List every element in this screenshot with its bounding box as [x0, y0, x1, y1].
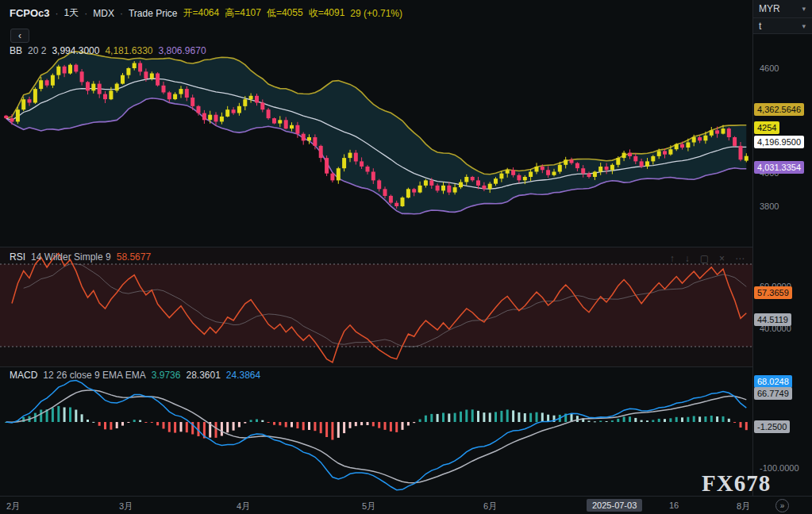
macd-hist-bar [308, 422, 310, 430]
macd-hist-bar [611, 420, 614, 422]
macd-hist-bar [675, 417, 678, 422]
bb-params: 20 2 [28, 45, 46, 56]
macd-hist-bar [442, 413, 444, 423]
symbol-legend: FCPOc3 · 1天 · MDX · Trade Price 开=4064 高… [10, 6, 402, 20]
macd-indicator-name[interactable]: MACD [10, 370, 37, 381]
axis-value-badge: 4,362.5646 [754, 103, 804, 116]
macd-hist-bar [367, 422, 369, 425]
macd-signal-value: 24.3864 [226, 370, 260, 381]
maximize-pane-icon[interactable]: ▢ [700, 253, 709, 264]
chevron-left-icon: ‹ [18, 30, 21, 41]
macd-hist-bar [233, 422, 235, 431]
pane-toolbar: ↑ ↓ ▢ × ⋯ [670, 253, 745, 264]
macd-hist-bar [92, 422, 94, 423]
macd-hist-bar [437, 414, 439, 422]
time-axis[interactable]: 2月3月4月5月6月168月 2025-07-03 » [0, 496, 812, 514]
move-pane-up-icon[interactable]: ↑ [670, 253, 675, 264]
trading-chart-window: FCPOc3 · 1天 · MDX · Trade Price 开=4064 高… [0, 0, 812, 514]
macd-hist-bar [320, 422, 322, 433]
macd-hist-bar [698, 416, 701, 422]
macd-hist-value: 3.9736 [152, 370, 181, 381]
low-value: 低=4055 [267, 6, 303, 20]
macd-hist-bar [69, 408, 71, 423]
open-value: 开=4064 [183, 6, 220, 20]
symbol-label[interactable]: FCPOc3 [10, 7, 50, 19]
scroll-to-realtime-button[interactable]: » [775, 499, 789, 512]
close-value: 收=4091 [309, 6, 345, 20]
more-options-icon[interactable]: ⋯ [735, 253, 745, 264]
macd-hist-bar [52, 408, 54, 422]
price-axis-column[interactable]: MYR ▾ t ▾ 46004000380060.000040.0000-100… [752, 0, 812, 496]
macd-hist-bar [296, 422, 298, 428]
macd-hist-bar [314, 422, 316, 431]
macd-hist-bar [448, 413, 450, 422]
macd-hist-bar [355, 422, 357, 426]
axis-value-badge: 66.7749 [754, 387, 792, 400]
macd-hist-bar [687, 417, 689, 422]
macd-hist-bar [518, 412, 520, 422]
macd-hist-bar [606, 421, 608, 422]
chart-canvas[interactable] [0, 0, 752, 496]
macd-hist-bar [215, 422, 217, 438]
macd-hist-bar [489, 412, 491, 422]
macd-hist-bar [634, 418, 637, 422]
interval-label[interactable]: 1天 [64, 6, 79, 20]
macd-hist-bar [623, 416, 625, 422]
bb-legend: BB 20 2 3,994.3000 4,181.6330 3,806.9670 [10, 45, 206, 56]
axis-value-badge: -1.2500 [754, 420, 790, 433]
macd-hist-bar [133, 420, 136, 422]
macd-hist-bar [664, 419, 666, 422]
macd-hist-bar [267, 422, 270, 423]
change-value: 29 (+0.71%) [350, 8, 402, 19]
macd-hist-bar [360, 422, 363, 425]
bb-indicator-name[interactable]: BB [10, 45, 22, 56]
macd-hist-bar [652, 420, 654, 423]
currency-label: MYR [759, 3, 780, 14]
time-axis-label: 3月 [119, 501, 133, 512]
currency-selector[interactable]: MYR ▾ [753, 0, 812, 18]
macd-hist-bar [430, 414, 433, 422]
macd-hist-bar [244, 422, 246, 424]
time-axis-label: 8月 [737, 501, 750, 512]
macd-hist-bar [151, 422, 153, 423]
axis-value-badge: 4,031.3354 [754, 161, 804, 174]
chevron-down-icon: ▾ [802, 22, 806, 30]
macd-hist-bar [343, 422, 345, 433]
macd-hist-bar [641, 420, 643, 422]
macd-hist-bar [285, 422, 287, 428]
macd-hist-bar [454, 413, 456, 422]
macd-hist-bar [500, 411, 502, 422]
macd-hist-bar [180, 422, 183, 432]
close-pane-icon[interactable]: × [719, 253, 725, 264]
macd-hist-bar [465, 410, 468, 423]
unit-selector[interactable]: t ▾ [753, 18, 812, 34]
move-pane-down-icon[interactable]: ↓ [685, 253, 690, 264]
macd-hist-bar [168, 422, 171, 432]
rsi-indicator-name[interactable]: RSI [10, 251, 25, 263]
macd-hist-bar [144, 422, 147, 423]
macd-hist-bar [669, 418, 672, 422]
back-button[interactable]: ‹ [10, 29, 29, 43]
axis-value-badge: 57.3659 [754, 286, 792, 299]
macd-signal-line [6, 390, 747, 483]
macd-hist-bar [40, 410, 42, 423]
separator-dot: · [56, 8, 59, 19]
macd-hist-bar [87, 420, 89, 422]
macd-hist-bar [63, 408, 66, 423]
macd-hist-bar [395, 422, 398, 432]
chart-panes[interactable]: FCPOc3 · 1天 · MDX · Trade Price 开=4064 高… [0, 0, 752, 496]
time-axis-label: 2月 [6, 501, 20, 512]
macd-hist-bar [425, 416, 427, 422]
macd-hist-bar [710, 416, 713, 422]
rsi-value: 58.5677 [117, 251, 151, 263]
macd-hist-bar [174, 422, 176, 433]
macd-hist-bar [378, 422, 380, 428]
macd-hist-bar [372, 422, 375, 426]
macd-hist-bar [127, 422, 129, 423]
macd-hist-bar [495, 412, 497, 422]
macd-hist-bar [536, 412, 538, 422]
macd-hist-bar [716, 416, 718, 422]
bb-upper-value: 4,181.6330 [105, 45, 152, 56]
macd-hist-bar [331, 422, 333, 440]
fast-forward-icon: » [780, 501, 785, 510]
